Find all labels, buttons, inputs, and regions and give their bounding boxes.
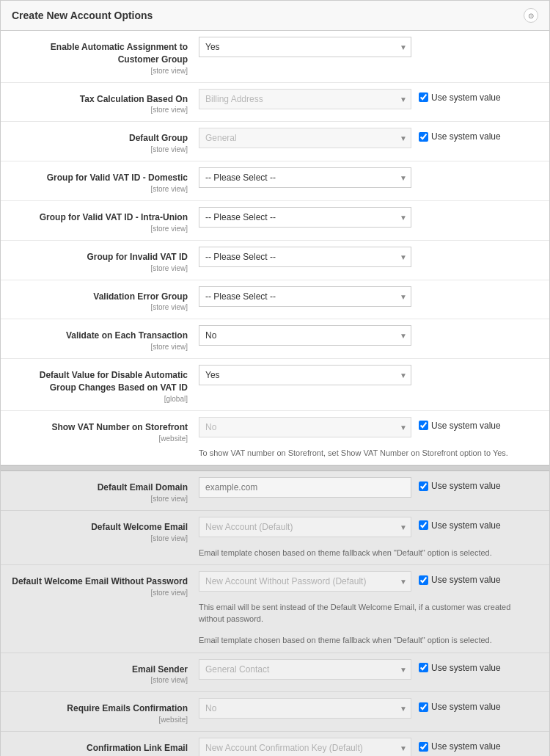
control-column: GeneralWholesaleRetailer▼Use system valu… — [199, 128, 538, 148]
field-select[interactable]: New Account Without Password (Default) — [199, 571, 411, 592]
email-section: Default Email Domain[store view]Use syst… — [1, 471, 549, 756]
select-wrapper: New Account (Default)▼ — [199, 517, 411, 537]
system-value-label: Use system value — [431, 741, 501, 752]
control-column: New Account (Default)▼Use system valueEm… — [199, 517, 538, 559]
table-row: Show VAT Number on Storefront[website]No… — [1, 411, 549, 465]
field-label: Validate on Each Transaction — [66, 330, 188, 341]
table-row: Group for Valid VAT ID - Domestic[store … — [1, 161, 549, 201]
field-label: Default Group — [129, 133, 188, 143]
table-row: Validation Error Group[store view]-- Ple… — [1, 280, 549, 320]
field-scope: [store view] — [12, 342, 188, 352]
helper-text-1: This email will be sent instead of the D… — [199, 602, 538, 625]
control-column: YesNo▼ — [199, 37, 538, 57]
field-select[interactable]: YesNo — [199, 365, 411, 385]
field-select[interactable]: GeneralWholesaleRetailer — [199, 128, 411, 148]
field-input[interactable] — [199, 477, 411, 498]
field-label: Tax Calculation Based On — [80, 94, 188, 104]
field-scope: [store view] — [12, 105, 188, 115]
select-wrapper: NoYes▼ — [199, 698, 411, 719]
field-scope: [store view] — [12, 534, 188, 544]
field-label: Group for Invalid VAT ID — [87, 252, 188, 262]
field-label: Show VAT Number on Storefront — [51, 422, 188, 432]
helper-text-2: Email template chosen based on theme fal… — [199, 635, 538, 646]
field-label: Default Welcome Email — [91, 522, 188, 532]
table-row: Default Group[store view]GeneralWholesal… — [1, 122, 549, 161]
table-row: Group for Invalid VAT ID[store view]-- P… — [1, 241, 549, 280]
system-value-checkbox[interactable] — [419, 421, 428, 430]
helper-text: Email template chosen based on theme fal… — [199, 548, 538, 559]
table-row: Email Sender[store view]General Contact▼… — [1, 653, 549, 693]
field-select[interactable]: NoYes — [199, 325, 411, 346]
field-scope: [store view] — [12, 588, 188, 598]
system-value-checkbox[interactable] — [419, 92, 428, 102]
field-scope: [website] — [12, 715, 188, 725]
field-select[interactable]: YesNo — [199, 37, 411, 57]
system-value-checkbox[interactable] — [419, 520, 428, 530]
select-wrapper: YesNo▼ — [199, 365, 411, 385]
collapse-button[interactable]: ⊙ — [524, 8, 538, 23]
system-value-checkbox[interactable] — [419, 742, 428, 752]
field-select[interactable]: NoYes — [199, 698, 411, 719]
system-value-checkbox[interactable] — [419, 132, 428, 142]
label-column: Validate on Each Transaction[store view] — [12, 325, 199, 352]
field-label: Validation Error Group — [93, 291, 188, 302]
table-row: Tax Calculation Based On[store view]Bill… — [1, 83, 549, 123]
field-scope: [store view] — [12, 302, 188, 313]
select-wrapper: -- Please Select --▼ — [199, 167, 411, 188]
vat-section: Enable Automatic Assignment to Customer … — [1, 31, 549, 465]
system-value-checkbox[interactable] — [419, 481, 428, 491]
system-value-container: Use system value — [419, 517, 501, 531]
field-scope: [global] — [12, 394, 188, 404]
field-scope: [store view] — [12, 224, 188, 234]
field-scope: [store view] — [12, 66, 188, 76]
panel-title: Create New Account Options — [12, 10, 153, 21]
select-wrapper: NoYes▼ — [199, 417, 411, 437]
field-select[interactable]: -- Please Select -- — [199, 167, 411, 188]
system-value-label: Use system value — [431, 481, 501, 491]
system-value-checkbox[interactable] — [419, 702, 428, 712]
system-value-container: Use system value — [419, 738, 501, 752]
select-wrapper: NoYes▼ — [199, 325, 411, 346]
field-select[interactable]: Billing AddressShipping Address — [199, 89, 411, 109]
select-wrapper: Billing AddressShipping Address▼ — [199, 89, 411, 109]
field-scope: [store view] — [12, 263, 188, 274]
create-account-panel: Create New Account Options ⊙ Enable Auto… — [0, 0, 550, 756]
field-label: Group for Valid VAT ID - Intra-Union — [40, 212, 188, 222]
label-column: Validation Error Group[store view] — [12, 286, 199, 313]
field-select[interactable]: General Contact — [199, 659, 411, 680]
system-value-checkbox[interactable] — [419, 575, 428, 585]
table-row: Validate on Each Transaction[store view]… — [1, 319, 549, 359]
label-column: Default Value for Disable Automatic Grou… — [12, 365, 199, 404]
label-column: Group for Valid VAT ID - Intra-Union[sto… — [12, 207, 199, 234]
system-value-checkbox[interactable] — [419, 663, 428, 672]
field-select[interactable]: New Account Confirmation Key (Default) — [199, 738, 411, 756]
system-value-container: Use system value — [419, 89, 501, 103]
system-value-label: Use system value — [431, 575, 501, 585]
field-label: Email Sender — [132, 664, 188, 675]
label-column: Group for Valid VAT ID - Domestic[store … — [12, 167, 199, 195]
control-column: -- Please Select --▼ — [199, 286, 538, 307]
field-scope: [store view] — [12, 145, 188, 155]
label-column: Default Group[store view] — [12, 128, 199, 155]
control-column: Billing AddressShipping Address▼Use syst… — [199, 89, 538, 109]
table-row: Default Welcome Email[store view]New Acc… — [1, 511, 549, 565]
field-label: Default Welcome Email Without Password — [12, 576, 188, 586]
table-row: Confirmation Link Email[store view]New A… — [1, 732, 549, 756]
field-scope: [store view] — [12, 494, 188, 504]
select-wrapper: -- Please Select --▼ — [199, 207, 411, 228]
field-select[interactable]: New Account (Default) — [199, 517, 411, 537]
field-select[interactable]: -- Please Select -- — [199, 247, 411, 267]
system-value-label: Use system value — [431, 92, 501, 103]
control-column: -- Please Select --▼ — [199, 247, 538, 267]
field-label: Confirmation Link Email — [87, 743, 188, 753]
field-select[interactable]: NoYes — [199, 417, 411, 437]
control-column: -- Please Select --▼ — [199, 167, 538, 188]
system-value-container: Use system value — [419, 477, 501, 491]
field-select[interactable]: -- Please Select -- — [199, 207, 411, 228]
control-column: -- Please Select --▼ — [199, 207, 538, 228]
system-value-label: Use system value — [431, 520, 501, 531]
system-value-container: Use system value — [419, 128, 501, 142]
system-value-label: Use system value — [431, 702, 501, 712]
field-select[interactable]: -- Please Select -- — [199, 286, 411, 307]
field-scope: [website] — [12, 434, 188, 444]
